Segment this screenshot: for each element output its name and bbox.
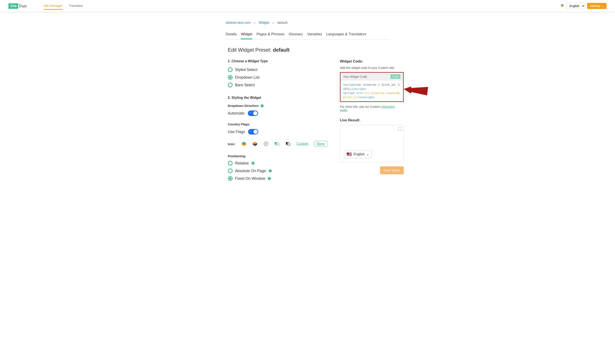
widget-code-box: Your Widget Code Copy <script>var sitetr… (340, 72, 404, 102)
breadcrumb-current: default (277, 21, 288, 25)
nav-translator[interactable]: Translator (69, 2, 83, 10)
live-lang-label: English (353, 152, 365, 156)
radio-label: Bare Select (235, 83, 255, 87)
us-flag-icon (347, 153, 352, 156)
tab-pages[interactable]: Pages & Phrases (256, 30, 284, 39)
info-icon[interactable]: i (269, 169, 272, 172)
icon-none-link[interactable]: None (314, 141, 327, 147)
radio-label: Dropdown List (235, 75, 260, 80)
widget-code-sub: Add this widget code to your Custom site… (340, 66, 404, 69)
radio-label: Fixed On Window (235, 176, 265, 181)
logo-text: Tran (18, 4, 26, 9)
tab-widget[interactable]: Widget (241, 30, 252, 39)
radio-absolute[interactable]: Absolute On Page i (228, 169, 327, 173)
tab-details[interactable]: Details (226, 30, 237, 39)
page-tabs: Details Widget Pages & Phrases Glossary … (226, 30, 390, 39)
svg-rect-24 (347, 154, 352, 155)
svg-rect-26 (347, 155, 352, 156)
flags-label: Country Flags: (228, 122, 327, 126)
icon-option-cube-orange[interactable] (241, 141, 246, 146)
info-icon[interactable]: i (251, 162, 254, 165)
tab-languages[interactable]: Languages & Translators (326, 30, 366, 39)
tab-variables[interactable]: Variables (307, 30, 322, 39)
direction-toggle[interactable] (248, 110, 258, 116)
direction-toggle-label: Automatic (228, 111, 245, 116)
save-styles-button[interactable]: Save Styles (380, 166, 404, 174)
radio-label: Styled Select (235, 67, 257, 72)
breadcrumb-widget[interactable]: Widget (259, 21, 269, 25)
code-box-label: Your Widget Code (343, 75, 367, 78)
icon-option-translate-green[interactable]: 文A (275, 141, 280, 146)
code-content[interactable]: <script>var sitetran = {site_id: 2157};<… (340, 80, 403, 101)
more-info-text: For more info, see our Custom integratio… (340, 105, 404, 112)
svg-marker-1 (561, 5, 564, 7)
widget-code-header: Widget Code: (340, 59, 404, 64)
live-result-box: English ⌄ (340, 125, 404, 162)
radio-icon (228, 169, 233, 173)
top-nav: Site Manager Translator (44, 2, 83, 10)
header-stack-icon (560, 4, 564, 8)
logo[interactable]: Site Tran (9, 3, 26, 9)
svg-rect-27 (347, 153, 349, 155)
user-name: Johnny (590, 4, 600, 8)
nav-site-manager[interactable]: Site Manager (44, 2, 63, 10)
logo-box: Site (9, 3, 18, 9)
section-1-title: 1. Choose a Widget Type (228, 59, 327, 63)
icon-custom-link[interactable]: Custom (297, 142, 308, 146)
flags-toggle-label: Use Flags (228, 130, 245, 134)
info-icon[interactable]: i (268, 177, 271, 180)
page-title: Edit Widget Preset: default (226, 47, 390, 53)
svg-text:文: 文 (287, 143, 288, 144)
svg-text:A: A (288, 143, 290, 145)
flags-toggle[interactable] (248, 129, 258, 134)
tab-glossary[interactable]: Glossary (289, 30, 303, 39)
radio-icon (228, 161, 233, 166)
radio-bare-select[interactable]: Bare Select (228, 83, 327, 87)
copy-button[interactable]: Copy (391, 74, 400, 79)
language-select[interactable]: English (566, 3, 585, 9)
breadcrumb-site[interactable]: sitetran.test.com (226, 21, 251, 25)
section-2-title: 2. Styling the Widget (228, 96, 327, 100)
radio-label: Relative (235, 161, 249, 166)
callout-arrow-icon (404, 85, 428, 97)
radio-icon (228, 83, 233, 87)
radio-styled-select[interactable]: Styled Select (228, 67, 327, 72)
expand-icon[interactable] (398, 127, 401, 131)
icon-option-translate-black[interactable]: 文A (286, 141, 291, 146)
radio-relative[interactable]: Relative i (228, 161, 327, 166)
svg-text:A: A (277, 143, 279, 145)
radio-icon (228, 75, 233, 80)
radio-dropdown-list[interactable]: Dropdown List (228, 75, 327, 80)
radio-icon (228, 176, 233, 181)
icon-option-cube-dark[interactable] (252, 141, 257, 146)
direction-label: Dropdown Direction: i (228, 104, 327, 107)
chevron-down-icon: ⌄ (366, 152, 369, 156)
user-menu-button[interactable]: Johnny ⌄ (587, 3, 606, 9)
breadcrumb: sitetran.test.com » Widget » default (226, 21, 390, 25)
svg-text:文: 文 (276, 143, 277, 144)
radio-fixed[interactable]: Fixed On Window i (228, 176, 327, 181)
icon-option-globe[interactable] (263, 141, 268, 146)
positioning-label: Positioning: (228, 154, 327, 158)
svg-marker-19 (404, 87, 428, 95)
icon-field-label: Icon: (228, 142, 236, 146)
radio-icon (228, 67, 233, 72)
radio-label: Absolute On Page (235, 169, 266, 173)
live-language-widget[interactable]: English ⌄ (344, 150, 372, 158)
chevron-down-icon: ⌄ (602, 4, 604, 8)
info-icon[interactable]: i (261, 104, 264, 107)
live-result-header: Live Result: (340, 118, 404, 122)
